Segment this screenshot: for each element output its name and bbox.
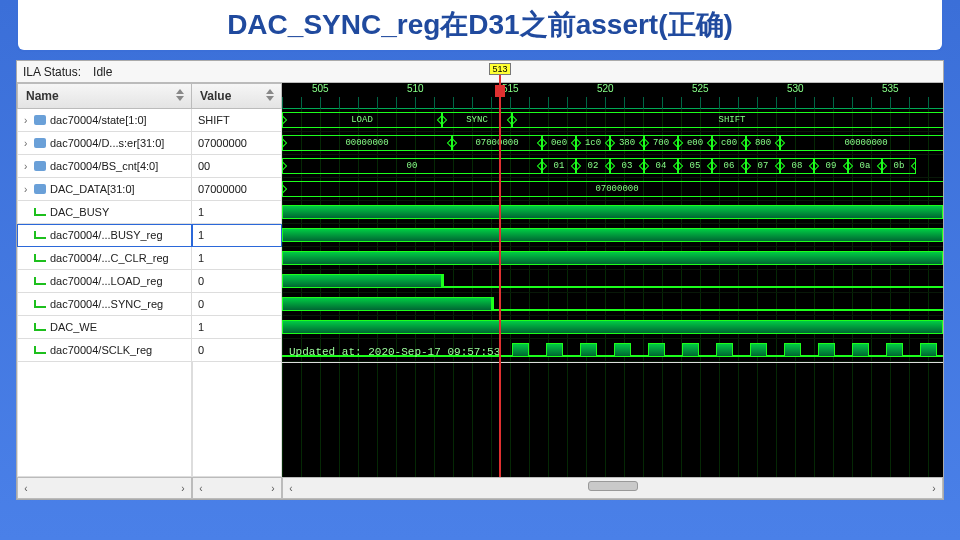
wave-row-dacbusy[interactable] bbox=[282, 201, 943, 224]
ila-viewer: ILA Status: Idle 513 ▲ Name ›dac70004/st… bbox=[16, 60, 944, 500]
bit-icon bbox=[34, 277, 46, 285]
arrow-left-icon[interactable]: ‹ bbox=[283, 480, 299, 496]
wave-row-cclrreg[interactable] bbox=[282, 247, 943, 270]
signal-name-syncreg[interactable]: dac70004/...SYNC_reg bbox=[17, 293, 192, 316]
cursor-handle[interactable] bbox=[495, 85, 505, 97]
signal-name-dacbusy[interactable]: DAC_BUSY bbox=[17, 201, 192, 224]
wave-row-dser[interactable]: 00000000070000000e01c0380700e00c00800000… bbox=[282, 132, 943, 155]
slide-title: DAC_SYNC_reg在D31之前assert(正确) bbox=[18, 6, 942, 44]
arrow-left-icon[interactable]: ‹ bbox=[193, 480, 209, 496]
scroll-thumb[interactable] bbox=[588, 481, 638, 491]
name-column: Name ›dac70004/state[1:0] ›dac70004/D...… bbox=[17, 83, 192, 477]
wave-filler: Updated at: 2020-Sep-17 09:57:53 bbox=[282, 362, 943, 363]
bit-icon bbox=[34, 323, 46, 331]
signal-value[interactable]: 07000000 bbox=[192, 132, 282, 155]
sort-icon[interactable] bbox=[173, 88, 187, 102]
sort-icon[interactable] bbox=[263, 88, 277, 102]
signal-name-loadreg[interactable]: dac70004/...LOAD_reg bbox=[17, 270, 192, 293]
bit-icon bbox=[34, 254, 46, 262]
arrow-right-icon[interactable]: › bbox=[265, 480, 281, 496]
wave-row-bscnt[interactable]: 000102030405060708090a0b bbox=[282, 155, 943, 178]
waveform-column[interactable]: 505510515520525530535 LOADSYNCSHIFT 0000… bbox=[282, 83, 943, 477]
bit-icon bbox=[34, 208, 46, 216]
signal-value[interactable]: 0 bbox=[192, 270, 282, 293]
title-bar: DAC_SYNC_reg在D31之前assert(正确) bbox=[16, 0, 944, 52]
signal-value[interactable]: 1 bbox=[192, 316, 282, 339]
value-filler bbox=[192, 362, 282, 477]
bottom-scroll: ‹ › ‹ › ‹ › bbox=[17, 477, 943, 499]
time-marker-tag[interactable]: 513 bbox=[489, 63, 511, 75]
signal-value[interactable]: 1 bbox=[192, 247, 282, 270]
wave-row-loadreg[interactable] bbox=[282, 270, 943, 293]
signal-value[interactable]: 1 bbox=[192, 201, 282, 224]
slide-frame: DAC_SYNC_reg在D31之前assert(正确) ILA Status:… bbox=[0, 0, 960, 516]
signal-name-dser[interactable]: ›dac70004/D...s:er[31:0] bbox=[17, 132, 192, 155]
signal-value[interactable]: 0 bbox=[192, 293, 282, 316]
signal-value[interactable]: 0 bbox=[192, 339, 282, 362]
updated-timestamp: Updated at: 2020-Sep-17 09:57:53 bbox=[289, 346, 500, 358]
bus-icon bbox=[34, 138, 46, 148]
signal-value[interactable]: 1 bbox=[192, 224, 282, 247]
signal-name-dacwe[interactable]: DAC_WE bbox=[17, 316, 192, 339]
signal-name-bscnt[interactable]: ›dac70004/BS_cnt[4:0] bbox=[17, 155, 192, 178]
name-filler bbox=[17, 362, 192, 477]
bit-icon bbox=[34, 231, 46, 239]
hscroll-name[interactable]: ‹ › bbox=[17, 477, 192, 499]
bus-icon bbox=[34, 184, 46, 194]
value-header[interactable]: Value bbox=[192, 83, 282, 109]
signal-name-busyreg[interactable]: dac70004/...BUSY_reg bbox=[17, 224, 192, 247]
time-ruler[interactable]: 505510515520525530535 bbox=[282, 83, 943, 109]
wave-row-syncreg[interactable] bbox=[282, 293, 943, 316]
arrow-left-icon[interactable]: ‹ bbox=[18, 480, 34, 496]
signal-name-cclrreg[interactable]: dac70004/...C_CLR_reg bbox=[17, 247, 192, 270]
signal-value[interactable]: SHIFT bbox=[192, 109, 282, 132]
time-cursor[interactable] bbox=[499, 75, 501, 477]
arrow-right-icon[interactable]: › bbox=[175, 480, 191, 496]
signal-name-dacdata[interactable]: ›DAC_DATA[31:0] bbox=[17, 178, 192, 201]
signal-value[interactable]: 07000000 bbox=[192, 178, 282, 201]
status-value: Idle bbox=[87, 65, 118, 79]
status-row: ILA Status: Idle bbox=[17, 61, 943, 83]
hscroll-value[interactable]: ‹ › bbox=[192, 477, 282, 499]
status-label: ILA Status: bbox=[17, 65, 87, 79]
signal-name-state[interactable]: ›dac70004/state[1:0] bbox=[17, 109, 192, 132]
value-column: Value SHIFT 07000000 00 07000000 1 1 1 0… bbox=[192, 83, 282, 477]
bit-icon bbox=[34, 346, 46, 354]
signal-name-sclkreg[interactable]: dac70004/SCLK_reg bbox=[17, 339, 192, 362]
bus-icon bbox=[34, 115, 46, 125]
bus-icon bbox=[34, 161, 46, 171]
wave-row-busyreg[interactable] bbox=[282, 224, 943, 247]
arrow-right-icon[interactable]: › bbox=[926, 480, 942, 496]
waveform-grid: Name ›dac70004/state[1:0] ›dac70004/D...… bbox=[17, 83, 943, 477]
wave-row-state[interactable]: LOADSYNCSHIFT bbox=[282, 109, 943, 132]
wave-row-dacdata[interactable]: 07000000 bbox=[282, 178, 943, 201]
signal-value[interactable]: 00 bbox=[192, 155, 282, 178]
name-header[interactable]: Name bbox=[17, 83, 192, 109]
bit-icon bbox=[34, 300, 46, 308]
wave-row-dacwe[interactable] bbox=[282, 316, 943, 339]
hscroll-wave[interactable]: ‹ › bbox=[282, 477, 943, 499]
